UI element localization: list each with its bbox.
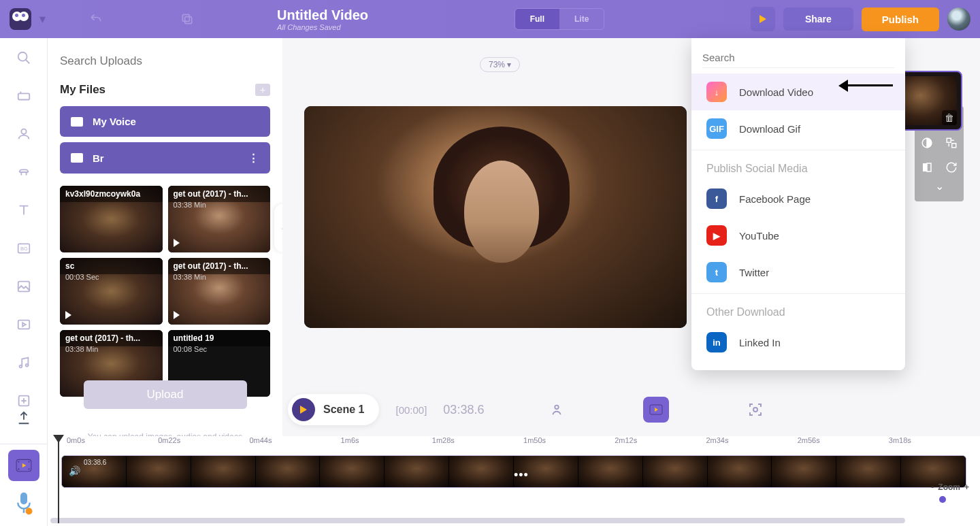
publish-button[interactable]: Publish: [862, 7, 939, 31]
music-icon[interactable]: [16, 355, 31, 370]
add-folder-button[interactable]: +: [255, 84, 270, 96]
thumb-duration: 00:03 Sec: [65, 273, 99, 281]
preview-play-button[interactable]: [751, 7, 775, 31]
text-icon[interactable]: [16, 203, 31, 218]
timeline: 0m0s0m22s0m44s1m6s1m28s1m50s2m12s2m34s2m…: [48, 436, 980, 526]
scene-label[interactable]: Scene 1: [323, 404, 375, 416]
mode-lite-button[interactable]: Lite: [559, 9, 604, 29]
facebook-icon: f: [706, 188, 727, 209]
voice-record-tile[interactable]: [8, 488, 39, 519]
pointer-arrow-icon: [845, 84, 893, 86]
video-icon[interactable]: [16, 317, 31, 332]
audio-icon[interactable]: [16, 88, 31, 103]
delete-scene-icon[interactable]: 🗑: [942, 110, 957, 125]
mode-full-button[interactable]: Full: [515, 9, 559, 29]
upload-thumb[interactable]: get out (2017) - th... 03:38 Min: [168, 186, 271, 252]
download-video-option[interactable]: ↓ Download Video: [691, 73, 905, 110]
timeline-ruler[interactable]: 0m0s0m22s0m44s1m6s1m28s1m50s2m12s2m34s2m…: [48, 436, 980, 453]
clip-menu-icon[interactable]: •••: [514, 468, 529, 482]
upload-button[interactable]: Upload: [84, 380, 247, 409]
scene-video-icon[interactable]: [643, 397, 669, 423]
download-gif-option[interactable]: GIF Download Gif: [691, 110, 905, 147]
folder-label: Br: [93, 152, 104, 164]
scene-bar: Scene 1 [00:00] 03:38.6: [288, 391, 975, 428]
upload-tab-icon[interactable]: [16, 410, 31, 425]
svg-text:BG: BG: [20, 246, 28, 252]
editor-mode-toggle: Full Lite: [514, 8, 605, 30]
logo-dropdown-icon[interactable]: ▾: [39, 12, 46, 27]
mask-icon[interactable]: [915, 155, 939, 180]
search-icon[interactable]: [16, 50, 31, 65]
contrast-icon[interactable]: [915, 131, 939, 155]
social-heading: Publish Social Media: [691, 153, 905, 180]
share-button[interactable]: Share: [783, 7, 853, 31]
image-icon[interactable]: [16, 279, 31, 294]
effects-icon[interactable]: [16, 393, 31, 408]
zoom-in-button[interactable]: +: [964, 482, 969, 492]
video-track[interactable]: 🔊 03:38.6 •••: [61, 455, 966, 488]
svg-rect-0: [185, 17, 192, 24]
svg-point-4: [21, 129, 26, 134]
video-preview[interactable]: [304, 106, 687, 328]
youtube-option[interactable]: ▶ YouTube: [691, 217, 905, 254]
svg-rect-25: [927, 163, 931, 171]
zoom-slider-handle[interactable]: [939, 496, 946, 503]
zoom-dropdown[interactable]: 73% ▾: [480, 57, 520, 72]
swap-icon[interactable]: [939, 131, 964, 155]
folder-label: My Voice: [93, 116, 136, 127]
camera-person-icon[interactable]: [544, 397, 570, 423]
svg-rect-3: [18, 93, 29, 99]
person-icon[interactable]: [16, 127, 31, 142]
video-title[interactable]: Untitled Video: [277, 7, 368, 23]
svg-rect-24: [923, 163, 927, 171]
undo-icon[interactable]: [82, 5, 110, 33]
thumb-play-icon[interactable]: [174, 311, 180, 319]
svg-rect-17: [20, 493, 27, 505]
timeline-zoom: - Zoom +: [931, 482, 969, 492]
svg-point-28: [753, 408, 757, 412]
svg-point-16: [29, 468, 30, 470]
app-logo[interactable]: [10, 8, 31, 30]
upload-thumb[interactable]: kv3xl90zmcoywk0a: [60, 186, 163, 252]
props-icon[interactable]: [16, 165, 31, 180]
svg-point-14: [18, 468, 19, 470]
thumb-duration: 03:38 Min: [174, 201, 206, 209]
thumb-title: get out (2017) - th...: [60, 330, 163, 346]
thumb-title: sc: [60, 258, 163, 274]
folder-more-icon[interactable]: ⋮: [248, 152, 259, 164]
svg-point-15: [29, 461, 30, 463]
thumb-play-icon[interactable]: [174, 239, 180, 247]
search-uploads-input[interactable]: [60, 50, 270, 79]
save-status: All Changes Saved: [277, 23, 368, 31]
volume-icon[interactable]: 🔊: [69, 465, 80, 476]
facebook-option[interactable]: f Facebook Page: [691, 180, 905, 217]
folder-icon: [71, 117, 83, 127]
rotate-icon[interactable]: [939, 155, 964, 180]
upload-thumb[interactable]: sc 00:03 Sec: [60, 258, 163, 325]
twitter-option[interactable]: t Twitter: [691, 254, 905, 291]
svg-point-9: [19, 365, 22, 368]
folder-my-voice[interactable]: My Voice: [60, 106, 270, 137]
user-avatar[interactable]: [947, 7, 970, 31]
thumb-duration: 00:08 Sec: [174, 345, 208, 353]
copy-icon[interactable]: [174, 5, 201, 33]
zoom-out-button[interactable]: -: [931, 482, 934, 492]
linkedin-icon: in: [706, 332, 727, 352]
thumb-play-icon[interactable]: [65, 311, 71, 319]
scene-pill: Scene 1: [288, 394, 379, 425]
tools-expand-icon[interactable]: ⌄: [915, 180, 964, 197]
thumb-title: get out (2017) - th...: [168, 258, 271, 274]
linkedin-option[interactable]: in Linked In: [691, 324, 905, 361]
folder-br[interactable]: Br ⋮: [60, 142, 270, 174]
time-current: [00:00]: [395, 404, 427, 416]
focus-icon[interactable]: [742, 397, 768, 423]
scene-play-button[interactable]: [292, 398, 315, 421]
uploads-panel: My Files + My Voice Br ⋮ kv3xl90zmcoywk0…: [48, 38, 282, 436]
scene-video-tile[interactable]: [8, 450, 39, 481]
svg-rect-1: [182, 14, 189, 21]
publish-search-input[interactable]: [702, 48, 894, 68]
upload-thumb[interactable]: get out (2017) - th... 03:38 Min: [168, 258, 271, 325]
background-icon[interactable]: BG: [16, 241, 31, 256]
timeline-scrollbar[interactable]: [50, 518, 905, 523]
title-block: Untitled Video All Changes Saved: [277, 7, 368, 31]
